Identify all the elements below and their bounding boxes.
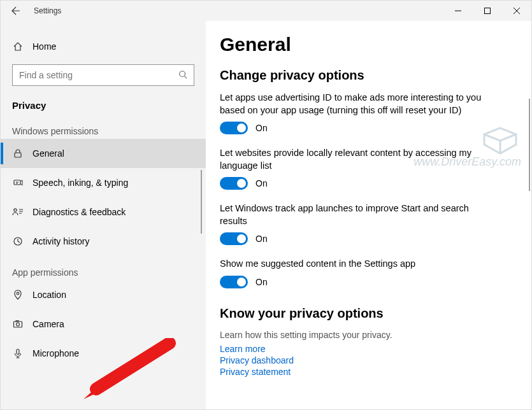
sidebar-item-label: Activity history — [32, 236, 89, 246]
sidebar-item-diagnostics[interactable]: Diagnostics & feedback — [1, 197, 206, 227]
link-learn-more[interactable]: Learn more — [220, 344, 266, 354]
sidebar-item-label: Location — [32, 290, 66, 300]
speech-icon — [12, 177, 24, 188]
close-icon — [514, 8, 520, 14]
sidebar: Home Privacy Windows permissions General… — [1, 21, 206, 410]
minimize-icon — [455, 8, 461, 14]
sidebar-item-label: Speech, inking, & typing — [32, 178, 128, 188]
svg-point-6 — [17, 292, 19, 295]
toggle-advertising-id[interactable] — [220, 122, 248, 134]
titlebar: Settings — [1, 1, 531, 21]
sidebar-item-label: Camera — [32, 319, 64, 329]
option-text: Let websites provide locally relevant co… — [220, 147, 494, 172]
section-know-privacy: Know your privacy options — [220, 306, 519, 321]
toggle-state: On — [255, 234, 268, 244]
toggle-suggested-content[interactable] — [220, 276, 248, 288]
page-title: General — [220, 34, 519, 55]
know-privacy-desc: Learn how this setting impacts your priv… — [220, 330, 519, 340]
sidebar-item-label: Diagnostics & feedback — [32, 207, 126, 217]
svg-rect-10 — [17, 350, 19, 355]
window-controls — [443, 1, 531, 21]
search-box[interactable] — [12, 64, 194, 86]
svg-rect-0 — [485, 8, 491, 14]
sidebar-section-title: Privacy — [1, 94, 206, 115]
group-windows-permissions: Windows permissions — [1, 115, 206, 139]
svg-point-1 — [180, 71, 185, 76]
content-scrollbar[interactable] — [529, 99, 530, 191]
option-advertising-id: Let apps use advertising ID to make ads … — [220, 92, 519, 134]
option-text: Let Windows track app launches to improv… — [220, 202, 494, 227]
home-label: Home — [32, 41, 56, 52]
sidebar-item-activity[interactable]: Activity history — [1, 227, 206, 256]
home-nav[interactable]: Home — [1, 34, 206, 59]
activity-icon — [12, 236, 24, 247]
toggle-track-launches[interactable] — [220, 232, 248, 245]
svg-point-4 — [14, 209, 17, 211]
sidebar-item-label: Microphone — [32, 348, 79, 358]
option-text: Let apps use advertising ID to make ads … — [220, 92, 494, 117]
back-arrow-icon — [11, 6, 21, 16]
option-lang-list: Let websites provide locally relevant co… — [220, 147, 519, 190]
lock-icon — [12, 148, 24, 159]
location-icon — [12, 289, 24, 300]
main-layout: Home Privacy Windows permissions General… — [1, 21, 531, 410]
option-text: Show me suggested content in the Setting… — [220, 258, 494, 271]
toggle-lang-list[interactable] — [220, 177, 248, 190]
maximize-icon — [484, 8, 491, 14]
sidebar-item-microphone[interactable]: Microphone — [1, 339, 206, 368]
toggle-state: On — [255, 178, 268, 188]
option-track-launches: Let Windows track app launches to improv… — [220, 202, 519, 245]
link-privacy-dashboard[interactable]: Privacy dashboard — [220, 355, 294, 365]
group-app-permissions: App permissions — [1, 256, 206, 280]
svg-point-8 — [17, 323, 20, 326]
option-suggested-content: Show me suggested content in the Setting… — [220, 258, 519, 288]
svg-rect-7 — [14, 322, 22, 327]
window-title: Settings — [31, 6, 61, 15]
sidebar-item-speech[interactable]: Speech, inking, & typing — [1, 168, 206, 197]
content-pane: www.DriverEasy.com General Change privac… — [206, 21, 531, 410]
feedback-icon — [12, 206, 24, 218]
search-icon — [178, 70, 187, 81]
svg-rect-2 — [15, 153, 21, 157]
camera-icon — [12, 318, 24, 330]
close-button[interactable] — [502, 1, 531, 21]
back-button[interactable] — [1, 1, 31, 21]
toggle-state: On — [255, 123, 268, 133]
microphone-icon — [12, 348, 24, 359]
sidebar-item-camera[interactable]: Camera — [1, 309, 206, 339]
home-icon — [12, 41, 24, 52]
maximize-button[interactable] — [473, 1, 502, 21]
link-privacy-statement[interactable]: Privacy statement — [220, 367, 291, 377]
search-input[interactable] — [19, 70, 178, 80]
toggle-state: On — [255, 277, 268, 287]
section-change-privacy: Change privacy options — [220, 68, 519, 83]
sidebar-item-location[interactable]: Location — [1, 280, 206, 309]
sidebar-item-label: General — [32, 148, 64, 159]
sidebar-scrollbar[interactable] — [201, 170, 202, 234]
minimize-button[interactable] — [443, 1, 473, 21]
sidebar-item-general[interactable]: General — [1, 139, 206, 168]
